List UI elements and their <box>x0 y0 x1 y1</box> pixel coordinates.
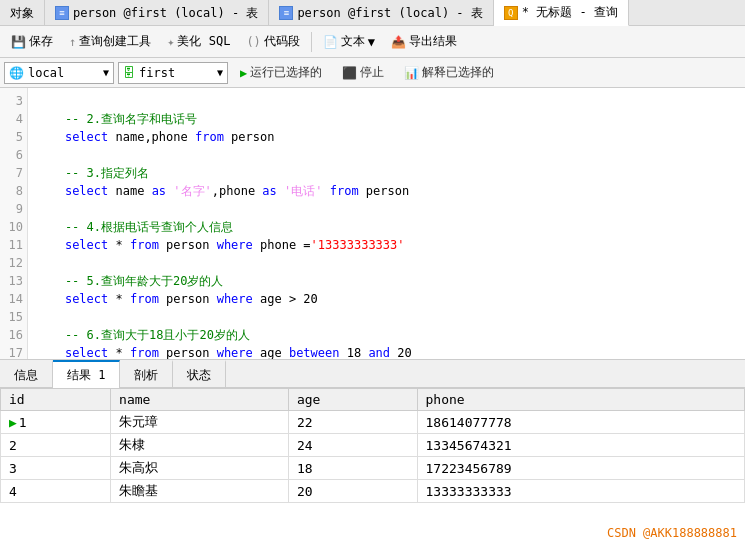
cell-name-4: 朱瞻基 <box>111 480 289 503</box>
code-snippet-label: 代码段 <box>264 33 300 50</box>
code-line-4: -- 2.查询名字和电话号 <box>36 110 737 128</box>
tab-info[interactable]: 信息 <box>0 360 53 388</box>
code-content[interactable]: -- 2.查询名字和电话号 select name,phone from per… <box>28 88 745 359</box>
col-header-id: id <box>1 389 111 411</box>
save-icon: 💾 <box>11 35 26 49</box>
tab-profile[interactable]: 剖析 <box>120 360 173 388</box>
code-line-9 <box>36 200 737 218</box>
code-line-15 <box>36 308 737 326</box>
comment: -- 2.查询名字和电话号 <box>36 112 197 126</box>
code-line-14: select * from person where age > 20 <box>36 290 737 308</box>
col-header-name: name <box>111 389 289 411</box>
code-line-8: select name as '名字',phone as '电话' from p… <box>36 182 737 200</box>
database-icon: 🗄 <box>123 66 135 80</box>
text-button[interactable]: 📄 文本 ▼ <box>316 29 382 54</box>
code-line-3 <box>36 92 737 110</box>
tab-table-2[interactable]: ≡ person @first (local) - 表 <box>269 0 493 26</box>
query-icon: Q <box>504 6 518 20</box>
tab-query-label: * 无标题 - 查询 <box>522 4 618 21</box>
results-panel: id name age phone ▶1 朱元璋 22 18614077778 … <box>0 388 745 548</box>
table-row: 4 朱瞻基 20 13333333333 <box>1 480 745 503</box>
cell-id-3: 3 <box>1 457 111 480</box>
database-value: first <box>139 66 175 80</box>
code-line-16: -- 6.查询大于18且小于20岁的人 <box>36 326 737 344</box>
cell-id-4: 4 <box>1 480 111 503</box>
bottom-tabs: 信息 结果 1 剖析 状态 <box>0 360 745 388</box>
save-label: 保存 <box>29 33 53 50</box>
table-icon-1: ≡ <box>55 6 69 20</box>
code-editor[interactable]: 3 4 5 6 7 8 9 10 11 12 13 14 15 16 17 18… <box>0 88 745 360</box>
run-selected-button[interactable]: ▶ 运行已选择的 <box>232 62 330 83</box>
cell-id-2: 2 <box>1 434 111 457</box>
tab-profile-label: 剖析 <box>134 367 158 384</box>
tab-table-1-label: person @first (local) - 表 <box>73 5 258 22</box>
beautify-button[interactable]: ✦ 美化 SQL <box>160 29 237 54</box>
database-arrow: ▼ <box>217 67 223 78</box>
explain-label: 解释已选择的 <box>422 64 494 81</box>
row-indicator-1: ▶ <box>9 415 17 430</box>
save-button[interactable]: 💾 保存 <box>4 29 60 54</box>
main-toolbar: 💾 保存 ↑ 查询创建工具 ✦ 美化 SQL () 代码段 📄 文本 ▼ 📤 导… <box>0 26 745 58</box>
explain-icon: 📊 <box>404 66 419 80</box>
cell-phone-3: 17223456789 <box>417 457 744 480</box>
beautify-icon: ✦ <box>167 35 174 49</box>
connection-dropdown[interactable]: 🌐 local ▼ <box>4 62 114 84</box>
table-icon-2: ≡ <box>279 6 293 20</box>
run-icon: ▶ <box>240 66 247 80</box>
code-line-17: select * from person where age between 1… <box>36 344 737 359</box>
code-line-12 <box>36 254 737 272</box>
tab-result-1-label: 结果 1 <box>67 367 105 384</box>
stop-button[interactable]: ⬛ 停止 <box>334 62 392 83</box>
connection-value: local <box>28 66 64 80</box>
cell-phone-2: 13345674321 <box>417 434 744 457</box>
table-row: 2 朱棣 24 13345674321 <box>1 434 745 457</box>
tab-status[interactable]: 状态 <box>173 360 226 388</box>
text-label: 文本 <box>341 33 365 50</box>
table-row: ▶1 朱元璋 22 18614077778 <box>1 411 745 434</box>
stop-label: 停止 <box>360 64 384 81</box>
object-panel-tab[interactable]: 对象 <box>0 0 45 26</box>
connection-arrow: ▼ <box>103 67 109 78</box>
query-create-icon: ↑ <box>69 35 76 49</box>
code-line-11: select * from person where phone ='13333… <box>36 236 737 254</box>
code-snippet-button[interactable]: () 代码段 <box>239 29 306 54</box>
cell-id-1: ▶1 <box>1 411 111 434</box>
export-button[interactable]: 📤 导出结果 <box>384 29 464 54</box>
table-row: 3 朱高炽 18 17223456789 <box>1 457 745 480</box>
results-table: id name age phone ▶1 朱元璋 22 18614077778 … <box>0 388 745 503</box>
export-label: 导出结果 <box>409 33 457 50</box>
table-header-row: id name age phone <box>1 389 745 411</box>
tab-result-1[interactable]: 结果 1 <box>53 360 120 388</box>
cell-age-4: 20 <box>288 480 417 503</box>
database-dropdown[interactable]: 🗄 first ▼ <box>118 62 228 84</box>
cell-name-1: 朱元璋 <box>111 411 289 434</box>
cell-phone-4: 13333333333 <box>417 480 744 503</box>
code-line-10: -- 4.根据电话号查询个人信息 <box>36 218 737 236</box>
cell-name-2: 朱棣 <box>111 434 289 457</box>
code-line-6 <box>36 146 737 164</box>
run-selected-label: 运行已选择的 <box>250 64 322 81</box>
cell-age-1: 22 <box>288 411 417 434</box>
code-line-5: select name,phone from person <box>36 128 737 146</box>
cell-name-3: 朱高炽 <box>111 457 289 480</box>
tab-query[interactable]: Q * 无标题 - 查询 <box>494 0 629 26</box>
connection-icon: 🌐 <box>9 66 24 80</box>
col-header-age: age <box>288 389 417 411</box>
tab-status-label: 状态 <box>187 367 211 384</box>
text-dropdown-arrow: ▼ <box>368 35 375 49</box>
watermark: CSDN @AKK188888881 <box>607 526 737 540</box>
query-create-button[interactable]: ↑ 查询创建工具 <box>62 29 158 54</box>
cell-age-2: 24 <box>288 434 417 457</box>
cell-age-3: 18 <box>288 457 417 480</box>
explain-button[interactable]: 📊 解释已选择的 <box>396 62 502 83</box>
line-numbers: 3 4 5 6 7 8 9 10 11 12 13 14 15 16 17 18… <box>0 88 28 359</box>
query-create-label: 查询创建工具 <box>79 33 151 50</box>
tab-table-1[interactable]: ≡ person @first (local) - 表 <box>45 0 269 26</box>
secondary-toolbar: 🌐 local ▼ 🗄 first ▼ ▶ 运行已选择的 ⬛ 停止 📊 解释已选… <box>0 58 745 88</box>
stop-icon: ⬛ <box>342 66 357 80</box>
col-header-phone: phone <box>417 389 744 411</box>
object-panel-label: 对象 <box>10 5 34 22</box>
tab-table-2-label: person @first (local) - 表 <box>297 5 482 22</box>
code-icon: () <box>246 35 260 49</box>
text-icon: 📄 <box>323 35 338 49</box>
